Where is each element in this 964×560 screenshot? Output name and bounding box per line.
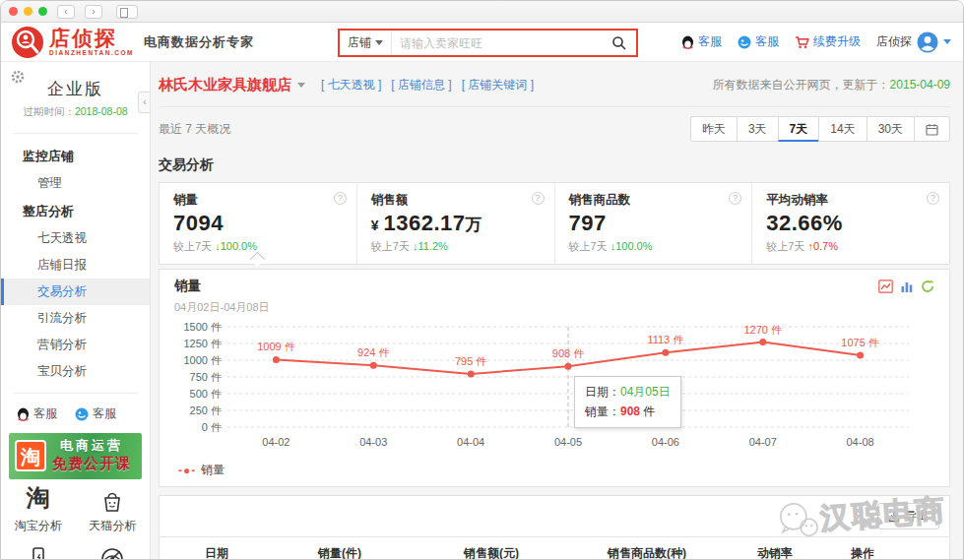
sidebar-item-trade-analysis[interactable]: 交易分析 [1,279,150,305]
account-menu[interactable]: 店侦探 [876,31,951,53]
browser-chrome: ‹ › [1,1,963,23]
chevron-down-icon [943,39,951,44]
sidebar-wangwang-service-link[interactable]: 客服 [75,405,116,422]
chart-area: 0 件250 件500 件750 件1000 件1250 件1500 件1009… [174,317,934,460]
svg-text:04-06: 04-06 [652,436,679,448]
link-shop-keywords[interactable]: [ 店铺关键词 ] [462,77,534,93]
search-input[interactable] [392,36,603,50]
overview-row: 最近 7 天概况 昨天 3天 7天 14天 30天 [159,107,950,151]
sidebar-item-marketing-analysis[interactable]: 营销分析 [1,332,150,358]
tool-wireless-analysis[interactable]: 无线分析 [1,544,76,560]
section-title: 交易分析 [159,151,950,182]
sidebar-item-seven-day[interactable]: 七天透视 [1,225,150,252]
qq-service-link[interactable]: 客服 [681,33,722,50]
svg-text:1113 件: 1113 件 [647,334,683,345]
sidebar-collapse-button[interactable]: ‹ [138,92,151,113]
ad-line1: 电商运营 [60,437,123,455]
col-products: 销售商品数(种) [602,537,751,560]
search-icon [611,35,627,51]
search-category-dropdown[interactable]: 店铺 [340,31,392,55]
logo-tagline: 电商数据分析专家 [144,33,254,51]
export-button[interactable]: 导出 [877,503,939,529]
custom-date-button[interactable] [914,116,950,142]
tool-tmall-analysis[interactable]: 天猫分析 [76,486,151,534]
chevron-down-icon [297,83,305,88]
svg-text:750 件: 750 件 [190,371,222,383]
kpi-card-products-sold[interactable]: 销售商品数 ? 797 较上7天 ↓100.0% [555,183,753,264]
bar-chart-icon[interactable] [900,280,914,293]
chart-date-range: 04月02日-04月08日 [174,300,934,315]
ad-line2: 免费公开课 [52,455,131,473]
help-icon[interactable]: ? [532,192,545,205]
col-action: 操作 [845,537,949,560]
course-ad-banner[interactable]: 淘 电商运营 免费公开课 [9,433,142,479]
wangwang-icon [738,35,751,49]
svg-text:908 件: 908 件 [552,347,584,359]
group-title-monitor-shops: 监控店铺 [1,142,150,170]
selected-card-caret [250,252,266,268]
help-icon[interactable]: ? [927,192,939,205]
range-14day-button[interactable]: 14天 [818,116,867,142]
sales-line-chart: 0 件250 件500 件750 件1000 件1250 件1500 件1009… [174,317,938,457]
maximize-window-button[interactable] [38,7,47,16]
svg-text:04-04: 04-04 [457,436,484,448]
cart-icon [795,35,809,49]
sidebar-item-traffic-analysis[interactable]: 引流分析 [1,305,150,332]
taobao-char-icon: 淘 [27,486,50,514]
settings-gear-icon[interactable] [11,70,25,87]
wangwang-service-link[interactable]: 客服 [738,33,779,50]
browser-back-button[interactable]: ‹ [57,5,75,19]
link-seven-day[interactable]: [ 七天透视 ] [321,77,381,93]
link-shop-info[interactable]: [ 店铺信息 ] [391,77,451,93]
logo-domain: DIANZHENTAN.COM [49,50,134,57]
tool-demotion-check[interactable]: 降权查询 [76,544,151,560]
sidebar-item-item-analysis[interactable]: 宝贝分析 [1,358,150,385]
svg-text:1000 件: 1000 件 [183,354,222,366]
sales-data-table: 日期 销量(件) 销售额(元) 销售商品数(种) 动销率 操作 1. 2015-… [160,536,949,560]
line-chart-icon[interactable] [878,280,893,293]
range-7day-button[interactable]: 7天 [778,116,820,142]
range-3day-button[interactable]: 3天 [737,116,779,142]
shop-name-dropdown[interactable]: 林氏木业家具旗舰店 [159,76,305,94]
sales-chart-panel: 销量 [159,269,950,487]
col-rate: 动销率 [751,537,845,560]
kpi-panel: 销量 ? 7094 较上7天 ↓100.0% 销售额 ? ¥ 1362.17万 … [159,182,950,265]
kpi-card-sales-amount[interactable]: 销售额 ? ¥ 1362.17万 较上7天 ↓11.2% [357,183,555,264]
sidebar-item-manage[interactable]: 管理 [1,170,150,197]
app-logo[interactable]: 店侦探 DIANZHENTAN.COM [11,26,134,59]
range-yesterday-button[interactable]: 昨天 [690,116,738,142]
refresh-icon[interactable] [921,280,934,293]
kpi-card-avg-turnover-rate[interactable]: 平均动销率 ? 32.66% 较上7天 ↑0.7% [752,183,949,264]
avatar [917,31,938,53]
range-30day-button[interactable]: 30天 [867,116,915,142]
kpi-card-sales-volume[interactable]: 销量 ? 7094 较上7天 ↓100.0% [160,183,357,264]
sidebar-item-daily-report[interactable]: 店铺日报 [1,252,150,279]
help-icon[interactable]: ? [729,192,741,205]
sidebar-qq-service-link[interactable]: 客服 [17,405,57,422]
qq-penguin-icon [681,35,694,49]
minimize-window-button[interactable] [24,7,32,16]
chart-tooltip: 日期：04月05日 销量：908 件 [574,376,681,428]
close-window-button[interactable] [9,7,18,16]
expire-time: 过期时间：2018-08-08 [1,105,150,119]
svg-text:795 件: 795 件 [455,355,486,367]
browser-tab-overview-button[interactable] [116,5,138,19]
shop-searchbar: 店铺 [338,29,638,57]
help-icon[interactable]: ? [334,192,347,205]
renew-upgrade-link[interactable]: 续费升级 [795,33,861,50]
browser-forward-button[interactable]: › [85,5,102,19]
shop-bar: 林氏木业家具旗舰店 [ 七天透视 ] [ 店铺信息 ] [ 店铺关键词 ] 所有… [159,62,950,107]
svg-text:0 件: 0 件 [202,421,222,433]
taobao-logo-icon: 淘 [15,440,46,471]
svg-text:1075 件: 1075 件 [841,337,879,348]
svg-text:1250 件: 1250 件 [183,338,222,349]
search-button[interactable] [603,31,636,55]
tmall-bag-icon [99,486,125,514]
download-icon [888,511,900,523]
browser-window: ‹ › 店侦探 DIANZHENTAN.COM 电商数据分析专家 店铺 [0,0,964,560]
col-amount: 销售额(元) [458,537,602,560]
phone-icon [26,544,51,560]
overview-title: 最近 7 天概况 [159,121,230,138]
tool-taobao-analysis[interactable]: 淘 淘宝分析 [1,486,76,534]
sidebar: 企业版 过期时间：2018-08-08 ‹ 监控店铺 管理 整店分析 七天透视 … [1,62,151,560]
